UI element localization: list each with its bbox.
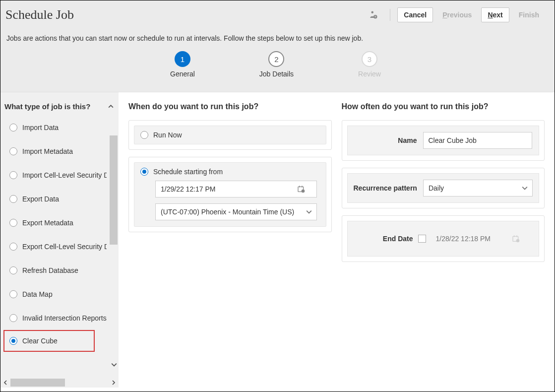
- job-option-data-map[interactable]: Data Map: [0, 282, 119, 306]
- end-date-card: End Date: [342, 215, 545, 262]
- radio-icon: [9, 219, 17, 227]
- schedule-card: Schedule starting from: [128, 157, 332, 232]
- end-date-field-wrap: [431, 230, 532, 247]
- cancel-button[interactable]: Cancel: [397, 7, 433, 22]
- datetime-input[interactable]: [155, 181, 317, 197]
- datetime-field-wrap: [155, 181, 317, 197]
- end-date-checkbox[interactable]: [418, 235, 426, 243]
- radio-icon: [9, 314, 17, 322]
- svg-rect-5: [302, 186, 302, 187]
- radio-icon: [9, 243, 17, 251]
- job-option-export-cell-security[interactable]: Export Cell-Level Security Definition: [0, 235, 119, 259]
- finish-button: Finish: [512, 7, 546, 22]
- recurrence-card: Recurrence pattern: [342, 168, 545, 208]
- svg-rect-4: [299, 186, 300, 187]
- svg-rect-8: [514, 235, 514, 237]
- when-panel-title: When do you want to run this job?: [128, 102, 332, 111]
- radio-icon: [9, 337, 17, 345]
- svg-point-10: [516, 239, 520, 243]
- radio-icon: [9, 171, 17, 179]
- end-date-row: End Date: [347, 221, 540, 257]
- chevron-up-icon[interactable]: [108, 104, 114, 109]
- radio-icon: [9, 290, 17, 298]
- run-now-card: Run Now: [128, 120, 332, 150]
- name-input[interactable]: [423, 132, 532, 149]
- run-now-option[interactable]: Run Now: [134, 126, 326, 144]
- recurrence-row: Recurrence pattern: [347, 173, 540, 203]
- title-row: Schedule Job ? Cancel Previous Next Fini…: [5, 7, 546, 22]
- sidebar: What type of job is this? Import Data Im…: [0, 92, 119, 388]
- job-option-label: Import Data: [22, 124, 59, 131]
- often-panel-title: How often do you want to run this job?: [342, 102, 545, 111]
- scrollbar-thumb[interactable]: [10, 379, 65, 387]
- header-actions: ? Cancel Previous Next Finish: [369, 7, 546, 22]
- job-type-list: Import Data Import Metadata Import Cell-…: [0, 116, 119, 378]
- sidebar-title: What type of job is this?: [4, 102, 90, 111]
- scrollbar-horizontal[interactable]: [0, 378, 119, 388]
- name-row: Name: [347, 126, 540, 155]
- often-panel: How often do you want to run this job? N…: [342, 102, 545, 378]
- scroll-right-icon[interactable]: [109, 378, 119, 388]
- svg-point-6: [301, 190, 305, 193]
- step-number: 3: [362, 51, 377, 67]
- page-title: Schedule Job: [5, 7, 74, 22]
- job-option-label: Invalid Intersection Reports: [22, 314, 107, 322]
- step-label: Job Details: [259, 70, 294, 78]
- schedule-label: Schedule starting from: [153, 168, 223, 176]
- calendar-icon: [512, 235, 520, 243]
- user-help-icon[interactable]: ?: [369, 10, 378, 19]
- chevron-down-icon[interactable]: [111, 362, 118, 368]
- job-option-invalid-intersection[interactable]: Invalid Intersection Reports: [0, 306, 119, 330]
- step-label: Review: [358, 70, 381, 78]
- svg-rect-9: [516, 235, 517, 237]
- job-option-refresh-database[interactable]: Refresh Database: [0, 259, 119, 282]
- radio-icon: [9, 266, 17, 274]
- run-now-label: Run Now: [153, 131, 182, 139]
- scrollbar-thumb[interactable]: [110, 135, 118, 245]
- calendar-icon[interactable]: [297, 185, 305, 193]
- job-option-export-metadata[interactable]: Export Metadata: [0, 211, 119, 235]
- job-option-import-metadata[interactable]: Import Metadata: [0, 139, 119, 163]
- wizard-steps: 1 General 2 Job Details 3 Review: [5, 51, 546, 78]
- wizard-step-general[interactable]: 1 General: [170, 51, 195, 78]
- job-option-label: Data Map: [22, 290, 53, 298]
- scroll-left-icon[interactable]: [0, 378, 10, 388]
- scrollbar-vertical[interactable]: [110, 135, 118, 378]
- page-description: Jobs are actions that you can start now …: [5, 34, 546, 42]
- schedule-inputs: [155, 181, 326, 220]
- radio-icon: [9, 147, 17, 155]
- name-label: Name: [354, 136, 417, 144]
- job-option-clear-cube[interactable]: Clear Cube: [3, 330, 95, 352]
- job-option-label: Export Metadata: [22, 219, 73, 227]
- job-option-import-cell-security[interactable]: Import Cell-Level Security Definition: [0, 163, 119, 187]
- when-panel: When do you want to run this job? Run No…: [128, 102, 332, 378]
- step-number: 1: [175, 51, 190, 67]
- job-option-label: Clear Cube: [22, 337, 58, 345]
- job-option-label: Import Metadata: [22, 147, 73, 155]
- radio-icon: [9, 124, 17, 131]
- header-area: Schedule Job ? Cancel Previous Next Fini…: [0, 0, 555, 92]
- schedule-option[interactable]: Schedule starting from: [134, 163, 326, 181]
- timezone-select[interactable]: [155, 203, 317, 220]
- next-button[interactable]: Next: [481, 7, 509, 22]
- timezone-input[interactable]: [155, 203, 317, 220]
- recurrence-select[interactable]: [423, 180, 533, 196]
- step-number: 2: [268, 51, 284, 67]
- scroll-track[interactable]: [10, 379, 109, 387]
- radio-icon: [140, 168, 148, 176]
- content-area: When do you want to run this job? Run No…: [119, 92, 555, 388]
- previous-button: Previous: [436, 7, 478, 22]
- wizard-step-details[interactable]: 2 Job Details: [259, 51, 294, 78]
- sidebar-header: What type of job is this?: [0, 96, 119, 116]
- svg-point-0: [371, 11, 374, 14]
- recurrence-input[interactable]: [423, 180, 533, 196]
- main-body: What type of job is this? Import Data Im…: [0, 92, 555, 388]
- job-option-label: Refresh Database: [22, 266, 78, 274]
- job-option-label: Export Cell-Level Security Definition: [22, 243, 107, 251]
- job-option-export-data[interactable]: Export Data: [0, 187, 119, 211]
- job-option-label: Import Cell-Level Security Definition: [22, 171, 107, 179]
- divider: [390, 9, 390, 21]
- job-option-label: Export Data: [22, 195, 59, 203]
- job-option-import-data[interactable]: Import Data: [0, 116, 119, 139]
- radio-icon: [9, 195, 17, 203]
